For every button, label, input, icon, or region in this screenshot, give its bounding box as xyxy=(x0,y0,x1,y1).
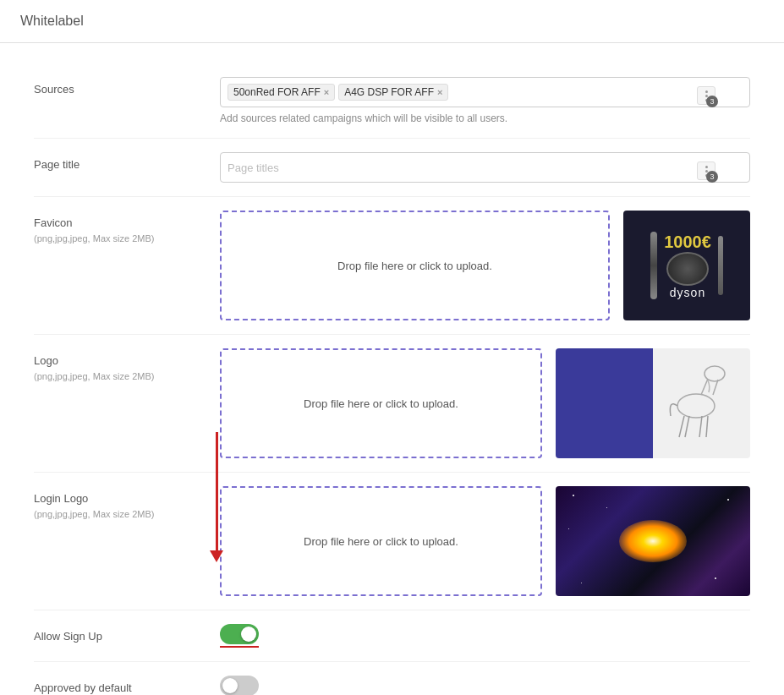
dyson-info: 1000€ dyson xyxy=(664,233,711,299)
page-title-control: Page titles 3 xyxy=(220,152,750,183)
dyson-ball xyxy=(666,252,709,286)
arrow-line xyxy=(216,432,218,550)
svg-line-4 xyxy=(679,416,684,437)
logo-label: Logo (png,jpg,jpeg, Max size 2MB) xyxy=(34,348,220,384)
page-title-badge: 3 xyxy=(706,171,718,183)
login-logo-upload-section: Drop file here or click to upload. xyxy=(220,486,750,596)
star5 xyxy=(715,577,716,579)
star6 xyxy=(568,528,569,529)
allow-signup-slider xyxy=(220,624,259,644)
page-title-input[interactable]: Page titles 3 xyxy=(220,152,750,183)
star2 xyxy=(606,507,607,508)
sources-row: Sources 50onRed FOR AFF × A4G DSP FOR AF… xyxy=(34,63,750,139)
svg-line-5 xyxy=(685,416,689,437)
sources-control: 50onRed FOR AFF × A4G DSP FOR AFF × 3 Ad… xyxy=(220,77,750,124)
svg-line-7 xyxy=(706,416,708,437)
sources-multi-icon[interactable]: 3 xyxy=(697,86,715,105)
sources-input[interactable]: 50onRed FOR AFF × A4G DSP FOR AFF × 3 xyxy=(220,77,750,107)
allow-signup-row: Allow Sign Up xyxy=(34,610,750,662)
sources-badge: 3 xyxy=(706,96,718,107)
logo-preview-right xyxy=(653,348,750,458)
source-tag-2-remove[interactable]: × xyxy=(437,87,442,97)
favicon-preview: 1000€ dyson xyxy=(623,211,750,320)
login-logo-drop-zone[interactable]: Drop file here or click to upload. xyxy=(220,486,542,596)
approved-default-label: Approved by default xyxy=(34,676,220,695)
page-title-row: Page title Page titles 3 xyxy=(34,139,750,197)
dot1 xyxy=(705,166,708,168)
login-logo-preview xyxy=(556,486,750,596)
favicon-drop-zone[interactable]: Drop file here or click to upload. xyxy=(220,211,610,320)
logo-preview xyxy=(556,348,750,458)
page-title-multi-icon[interactable]: 3 xyxy=(697,161,715,180)
allow-signup-underline xyxy=(220,646,259,648)
svg-line-1 xyxy=(701,379,708,395)
logo-upload-section: Drop file here or click to upload. xyxy=(220,348,750,458)
dyson-rod2 xyxy=(718,236,723,295)
favicon-control: Drop file here or click to upload. 1000€… xyxy=(220,211,750,320)
svg-point-3 xyxy=(677,394,715,418)
logo-preview-left xyxy=(556,348,653,458)
favicon-row: Favicon (png,jpg,jpeg, Max size 2MB) Dro… xyxy=(34,197,750,335)
source-tag-2: A4G DSP FOR AFF × xyxy=(338,84,448,101)
approved-default-slider xyxy=(220,676,259,695)
sources-label: Sources xyxy=(34,77,220,97)
source-tag-1-remove[interactable]: × xyxy=(324,87,329,97)
source-tag-1: 50onRed FOR AFF × xyxy=(228,84,335,101)
dot2 xyxy=(705,170,708,172)
sources-hint: Add sources related campaigns which will… xyxy=(220,112,750,124)
page-title-label: Page title xyxy=(34,152,220,172)
app-title: Whitelabel xyxy=(0,0,784,43)
approved-default-control xyxy=(220,676,750,695)
dot2 xyxy=(705,95,708,97)
dot1 xyxy=(705,90,708,93)
page-title-placeholder: Page titles xyxy=(228,161,700,174)
favicon-upload-section: Drop file here or click to upload. 1000€… xyxy=(220,211,750,320)
dyson-rod xyxy=(650,232,657,299)
login-logo-row: Login Logo (png,jpg,jpeg, Max size 2MB) … xyxy=(34,473,750,610)
login-logo-control: Drop file here or click to upload. xyxy=(220,486,750,596)
allow-signup-toggle[interactable] xyxy=(220,624,259,644)
arrow-head xyxy=(210,550,223,562)
star1 xyxy=(573,495,574,496)
galaxy-core xyxy=(619,520,687,562)
scroll-arrow-indicator xyxy=(210,432,223,562)
allow-signup-knob xyxy=(241,627,256,642)
logo-row: Logo (png,jpg,jpeg, Max size 2MB) Drop f… xyxy=(34,335,750,473)
star3 xyxy=(727,499,729,501)
allow-signup-control xyxy=(220,624,750,648)
logo-control: Drop file here or click to upload. xyxy=(220,348,750,458)
svg-line-6 xyxy=(699,416,702,437)
logo-drop-zone[interactable]: Drop file here or click to upload. xyxy=(220,348,542,458)
login-logo-label: Login Logo (png,jpg,jpeg, Max size 2MB) xyxy=(34,486,220,522)
favicon-label: Favicon (png,jpg,jpeg, Max size 2MB) xyxy=(34,211,220,246)
star4 xyxy=(581,583,582,583)
approved-default-row: Approved by default xyxy=(34,662,750,695)
allow-signup-label: Allow Sign Up xyxy=(34,624,220,644)
approved-default-knob xyxy=(222,678,238,693)
approved-default-toggle[interactable] xyxy=(220,676,259,695)
horse-sketch-svg xyxy=(664,357,740,450)
